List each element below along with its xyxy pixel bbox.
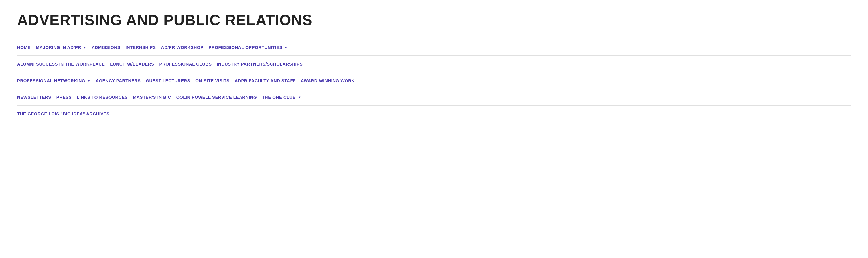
nav-item-majoring-in-adpr[interactable]: MAJORING IN AD/PR ▼	[36, 43, 92, 52]
chevron-down-icon: ▼	[87, 79, 90, 83]
nav-item-agency-partners[interactable]: AGENCY PARTNERS	[96, 76, 146, 85]
page-container: ADVERTISING AND PUBLIC RELATIONS HOME MA…	[0, 0, 868, 258]
nav-item-alumni-success[interactable]: ALUMNI SUCCESS IN THE WORKPLACE	[17, 60, 110, 68]
nav-item-press[interactable]: PRESS	[56, 93, 77, 101]
nav-row-4: NEWSLETTERS PRESS LINKS TO RESOURCES MAS…	[17, 89, 851, 105]
nav-item-adpr-faculty-staff[interactable]: ADPR FACULTY AND STAFF	[235, 76, 301, 85]
nav-item-guest-lecturers[interactable]: GUEST LECTURERS	[146, 76, 195, 85]
nav-item-links-to-resources[interactable]: LINKS TO RESOURCES	[77, 93, 133, 101]
nav-item-award-winning-work[interactable]: AWARD-WINNING WORK	[301, 76, 360, 85]
chevron-down-icon: ▼	[284, 46, 287, 49]
nav-container: HOME MAJORING IN AD/PR ▼ ADMISSIONS INTE…	[17, 39, 851, 122]
nav-item-lunch-leaders[interactable]: LUNCH W/LEADERS	[110, 60, 159, 68]
nav-item-adpr-workshop[interactable]: AD/PR WORKSHOP	[161, 43, 209, 52]
nav-item-colin-powell[interactable]: COLIN POWELL SERVICE LEARNING	[176, 93, 262, 101]
nav-row-1: HOME MAJORING IN AD/PR ▼ ADMISSIONS INTE…	[17, 39, 851, 56]
nav-item-the-one-club[interactable]: THE ONE CLUB ▼	[262, 93, 306, 101]
nav-item-industry-partners[interactable]: INDUSTRY PARTNERS/SCHOLARSHIPS	[217, 60, 308, 68]
site-title: ADVERTISING AND PUBLIC RELATIONS	[17, 11, 851, 29]
nav-item-professional-clubs[interactable]: PROFESSIONAL CLUBS	[159, 60, 217, 68]
nav-item-professional-networking[interactable]: PROFESSIONAL NETWORKING ▼	[17, 76, 96, 85]
chevron-down-icon: ▼	[298, 96, 301, 99]
nav-item-on-site-visits[interactable]: ON-SITE VISITS	[195, 76, 235, 85]
nav-row-2: ALUMNI SUCCESS IN THE WORKPLACE LUNCH W/…	[17, 56, 851, 72]
nav-item-home[interactable]: HOME	[17, 43, 36, 52]
nav-item-newsletters[interactable]: NEWSLETTERS	[17, 93, 56, 101]
nav-item-masters-bic[interactable]: MASTER'S IN BIC	[133, 93, 176, 101]
chevron-down-icon: ▼	[83, 46, 87, 49]
nav-item-internships[interactable]: INTERNSHIPS	[125, 43, 161, 52]
nav-row-3: PROFESSIONAL NETWORKING ▼ AGENCY PARTNER…	[17, 72, 851, 89]
nav-item-professional-opportunities[interactable]: PROFESSIONAL OPPORTUNITIES ▼	[209, 43, 292, 52]
nav-row-5: THE GEORGE LOIS "BIG IDEA" ARCHIVES	[17, 105, 851, 122]
nav-item-george-lois[interactable]: THE GEORGE LOIS "BIG IDEA" ARCHIVES	[17, 109, 115, 118]
nav-item-admissions[interactable]: ADMISSIONS	[92, 43, 125, 52]
bottom-divider	[17, 125, 851, 125]
